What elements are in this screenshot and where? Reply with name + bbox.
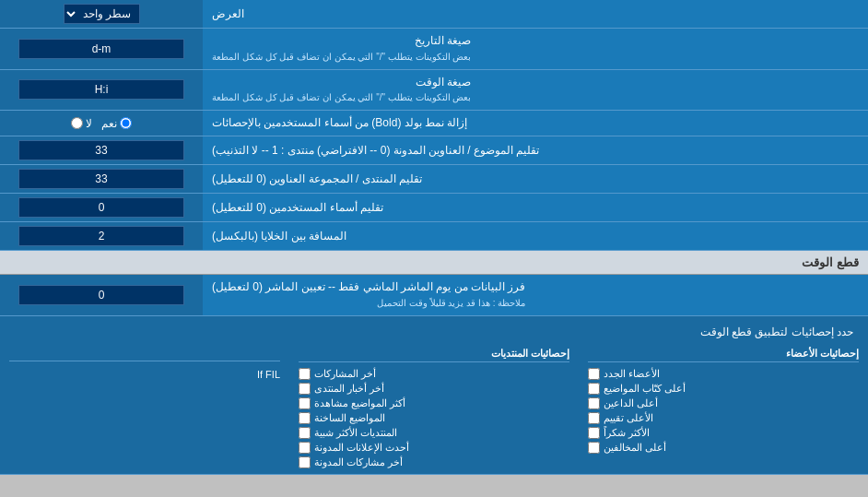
checkbox-top-inviters[interactable] <box>588 397 600 409</box>
checkbox-col-3: إحصائيات الأعضاء الأعضاء الجدد أعلى كتّا… <box>588 346 859 468</box>
forum-order-row: تقليم المنتدى / المجموعة العناوين (0 للت… <box>0 165 868 194</box>
bold-yes-radio[interactable] <box>120 117 132 129</box>
main-container: العرض سطر واحد سطرين ثلاثة أسطر صيغة الت… <box>0 0 868 475</box>
checkbox-hot-topics[interactable] <box>299 412 311 424</box>
users-order-input[interactable] <box>18 197 184 218</box>
checkbox-new-members[interactable] <box>588 368 600 380</box>
checkbox-item: أعلى المخالفين <box>588 442 859 454</box>
bold-no-label[interactable]: لا <box>71 117 92 130</box>
checkbox-item: أحدث الإعلانات المدونة <box>299 442 569 454</box>
checkbox-latest-posts[interactable] <box>299 368 311 380</box>
topics-order-input[interactable] <box>18 140 184 160</box>
topics-order-row: تقليم الموضوع / العناوين المدونة (0 -- ا… <box>0 136 868 165</box>
checkbox-item: أخر مشاركات المدونة <box>299 456 569 468</box>
topics-order-input-cell <box>0 136 203 164</box>
ard-label: العرض <box>203 0 868 28</box>
checkbox-most-thanked[interactable] <box>588 427 600 439</box>
checkbox-top-posters[interactable] <box>588 383 600 395</box>
ard-select[interactable]: سطر واحد سطرين ثلاثة أسطر <box>64 4 140 24</box>
spacing-row: المسافة بين الخلايا (بالبكسل) <box>0 222 868 251</box>
users-order-row: تقليم أسماء المستخدمين (0 للتعطيل) <box>0 194 868 222</box>
checkboxes-header: حدد إحصائيات لتطبيق قطع الوقت <box>9 322 859 342</box>
spacing-input-cell <box>0 222 203 250</box>
spacing-label: المسافة بين الخلايا (بالبكسل) <box>203 222 868 250</box>
checkbox-latest-news[interactable] <box>299 383 311 395</box>
filter-input[interactable] <box>18 285 184 305</box>
checkbox-item: أعلى كتّاب المواضيع <box>588 383 859 395</box>
forum-order-label: تقليم المنتدى / المجموعة العناوين (0 للت… <box>203 165 868 193</box>
topics-order-label: تقليم الموضوع / العناوين المدونة (0 -- ا… <box>203 136 868 164</box>
forum-order-input-cell <box>0 165 203 193</box>
checkboxes-section: حدد إحصائيات لتطبيق قطع الوقت إحصائيات ا… <box>0 316 868 475</box>
date-format-row: صيغة التاريخ بعض التكوينات يتطلب "/" الت… <box>0 29 868 70</box>
col2-header: إحصائيات المنتديات <box>299 346 569 362</box>
checkbox-item: الأكثر شكراً <box>588 427 859 439</box>
date-format-label: صيغة التاريخ بعض التكوينات يتطلب "/" الت… <box>203 29 868 69</box>
bold-input-cell: نعم لا <box>0 111 203 136</box>
checkbox-item: المنتديات الأكثر شبية <box>299 427 569 439</box>
time-format-label: صيغة الوقت بعض التكوينات يتطلب "/" التي … <box>203 70 868 111</box>
checkbox-latest-announcements[interactable] <box>299 442 311 454</box>
bold-no-radio[interactable] <box>71 117 83 129</box>
checkbox-item: أكثر المواضيع مشاهدة <box>299 397 569 409</box>
bold-yes-label[interactable]: نعم <box>101 117 132 130</box>
if-fil-label: If FIL <box>9 367 280 382</box>
time-format-input-cell <box>0 70 203 111</box>
date-format-input[interactable] <box>18 39 184 59</box>
checkboxes-grid: إحصائيات الأعضاء الأعضاء الجدد أعلى كتّا… <box>9 346 859 468</box>
checkbox-most-active-forums[interactable] <box>299 427 311 439</box>
checkbox-top-violators[interactable] <box>588 442 600 454</box>
date-format-input-cell <box>0 29 203 69</box>
checkbox-item: أخر أخبار المنتدى <box>299 383 569 395</box>
users-order-label: تقليم أسماء المستخدمين (0 للتعطيل) <box>203 194 868 221</box>
checkbox-item: أعلى الداعين <box>588 397 859 409</box>
checkbox-item: أخر المشاركات <box>299 368 569 380</box>
checkbox-col-1: If FIL <box>9 346 280 468</box>
checkbox-latest-blog-posts[interactable] <box>299 456 311 468</box>
time-format-input[interactable] <box>18 79 184 100</box>
checkbox-most-viewed[interactable] <box>299 397 311 409</box>
col3-header: إحصائيات الأعضاء <box>588 346 859 362</box>
forum-order-input[interactable] <box>18 169 184 189</box>
bold-row: إزالة نمط بولد (Bold) من أسماء المستخدمي… <box>0 111 868 136</box>
filter-label: فرز البيانات من يوم الماشر الماشي فقط --… <box>203 275 868 315</box>
bold-label: إزالة نمط بولد (Bold) من أسماء المستخدمي… <box>203 111 868 136</box>
time-format-row: صيغة الوقت بعض التكوينات يتطلب "/" التي … <box>0 70 868 112</box>
filter-row: فرز البيانات من يوم الماشر الماشي فقط --… <box>0 275 868 316</box>
checkbox-col-2: إحصائيات المنتديات أخر المشاركات أخر أخب… <box>299 346 569 468</box>
ard-input-cell: سطر واحد سطرين ثلاثة أسطر <box>0 0 203 28</box>
checkbox-item: الأعلى تقييم <box>588 412 859 424</box>
checkbox-item: الأعضاء الجدد <box>588 368 859 380</box>
checkbox-top-rated[interactable] <box>588 412 600 424</box>
ard-row: العرض سطر واحد سطرين ثلاثة أسطر <box>0 0 868 29</box>
bold-radio-group: نعم لا <box>71 117 132 130</box>
checkbox-item: المواضيع الساخنة <box>299 412 569 424</box>
users-order-input-cell <box>0 194 203 221</box>
cutoff-section-header: قطع الوقت <box>0 251 868 275</box>
col1-header <box>9 346 280 361</box>
filter-input-cell <box>0 275 203 315</box>
spacing-input[interactable] <box>18 226 184 246</box>
